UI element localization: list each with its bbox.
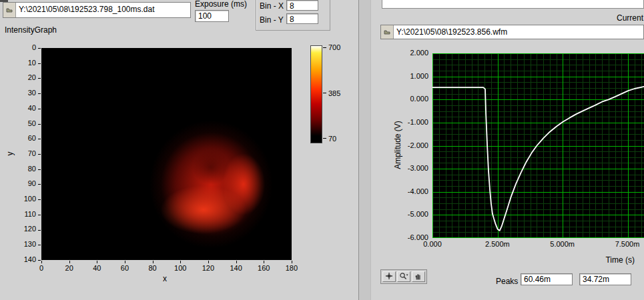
tick-label: 100 [172, 265, 188, 272]
waveform-y-ticklabels: 2.0001.0000.000-1.000-2.000-3.000-4.000-… [402, 49, 428, 241]
tick-label: -4.000 [402, 188, 428, 195]
tick-label: 7.500m [613, 241, 642, 248]
hand-icon [414, 272, 423, 282]
colorbar-tickmarks [323, 47, 326, 139]
waveform-x-ticklabels: 0.0002.500m5.000m7.500m [418, 241, 642, 248]
tick-label: 1.000 [402, 73, 428, 80]
path-icon [381, 25, 394, 39]
peaks-label: Peaks [496, 277, 518, 286]
intensity-x-tickmarks [41, 261, 292, 263]
dat-file-path-control[interactable]: Y:\2021\05\08\192523.798_100ms.dat [3, 2, 191, 18]
tick-label: 140 [228, 265, 244, 272]
tick-label: 70 [328, 135, 340, 143]
bin-x-input[interactable]: 8 [286, 0, 318, 11]
waveform-panel: Current Y:\2021\05\08\192523.856.wfm 2.0… [371, 0, 644, 300]
intensity-graph-title: IntensityGraph [5, 26, 57, 35]
tick-label: 5.000m [548, 241, 577, 248]
magnifier-icon [399, 272, 408, 282]
camera-panel: Y:\2021\05\08\192523.798_100ms.dat Expos… [0, 0, 358, 300]
tick-label: 2.500m [482, 241, 512, 248]
tick-label: 385 [328, 90, 340, 97]
tick-label: -3.000 [402, 165, 428, 172]
tick-label: 0.000 [402, 95, 428, 103]
tick-label: -1.000 [402, 119, 428, 126]
tick-label: 120 [16, 225, 36, 233]
bin-x-label: Bin - X [260, 2, 284, 11]
tick-label: 80 [145, 265, 161, 272]
tick-label: 110 [16, 211, 36, 218]
tick-label: 0 [16, 44, 36, 51]
tick-label: 0.000 [418, 241, 447, 248]
tick-label: 70 [16, 150, 36, 157]
cursor-crosshair-icon [384, 272, 394, 282]
intensity-y-tickmarks [38, 48, 41, 261]
tick-label: 700 [328, 44, 340, 51]
labview-front-panels: Y:\2021\05\08\192523.798_100ms.dat Expos… [0, 0, 644, 300]
tick-label: 0 [33, 265, 49, 272]
tick-label: 80 [16, 165, 36, 173]
graph-cursor-tool-button[interactable] [382, 271, 396, 282]
exposure-label: Exposure (ms) [195, 0, 247, 9]
tick-label: 90 [16, 180, 36, 187]
panel-divider [358, 0, 371, 300]
tick-label: 20 [16, 74, 36, 81]
intensity-y-ticklabels: 0102030405060708090100110120130140 [16, 44, 36, 263]
tick-label: -5.000 [402, 211, 428, 218]
peak-value-1[interactable]: 60.46m [521, 273, 573, 285]
tick-label: 10 [16, 59, 36, 67]
graph-tool-palette [380, 269, 427, 284]
tick-label: 60 [16, 135, 36, 142]
bin-y-input[interactable]: 8 [286, 13, 318, 24]
tick-label: 50 [16, 120, 36, 127]
tick-label: 120 [200, 265, 216, 272]
intensity-plot[interactable] [41, 48, 292, 260]
wfm-file-path-text: Y:\2021\05\08\192523.856.wfm [394, 25, 510, 39]
tick-label: 140 [16, 256, 36, 263]
peak-value-2[interactable]: 34.72m [579, 273, 631, 285]
tick-label: 2.000 [402, 49, 428, 57]
waveform-x-axis-title: Time (s) [605, 256, 635, 265]
intensity-x-ticklabels: 020406080100120140160180 [33, 265, 300, 272]
tick-label: 30 [16, 89, 36, 97]
tick-label: 180 [284, 265, 300, 272]
waveform-y-axis-title: Amplitude (V) [394, 79, 402, 212]
waveform-svg [432, 53, 644, 238]
pan-tool-button[interactable] [412, 271, 425, 282]
intensity-x-axis-title: x [163, 275, 167, 283]
tick-label: 40 [16, 105, 36, 112]
colorbar-ticklabels: 70038570 [328, 44, 340, 143]
tick-label: 130 [16, 241, 36, 248]
bin-y-label: Bin - Y [260, 16, 284, 25]
intensity-colorbar[interactable] [310, 45, 322, 143]
path-icon [3, 3, 16, 17]
tick-label: 100 [16, 195, 36, 203]
zoom-tool-button[interactable] [397, 271, 410, 282]
tick-label: 60 [117, 265, 133, 272]
current-label: Current [617, 14, 643, 23]
tick-label: -2.000 [402, 142, 428, 149]
tick-label: 20 [61, 265, 77, 272]
wfm-file-path-control[interactable]: Y:\2021\05\08\192523.856.wfm [380, 25, 644, 39]
tick-label: 40 [89, 265, 105, 272]
waveform-plot[interactable] [432, 53, 644, 238]
intensity-y-axis-title: y [6, 152, 15, 156]
top-partial-field[interactable] [382, 0, 644, 9]
dat-file-path-text: Y:\2021\05\08\192523.798_100ms.dat [16, 3, 157, 17]
tick-label: 160 [256, 265, 272, 272]
exposure-input[interactable]: 100 [195, 10, 229, 22]
